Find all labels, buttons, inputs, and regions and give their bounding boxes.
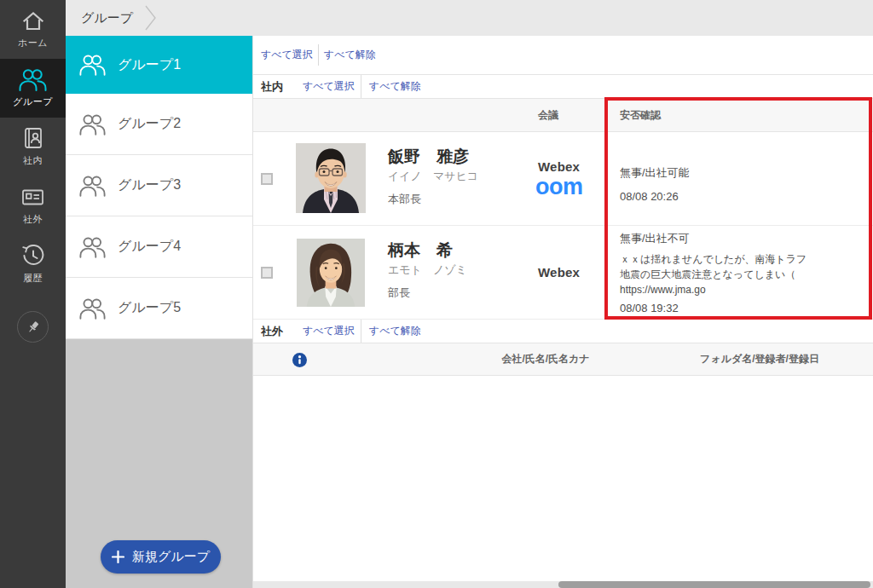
column-header-company: 会社/氏名/氏名カナ xyxy=(501,343,589,375)
member-identity: 飯野 雅彦 イイノ マサヒコ 本部長 xyxy=(388,147,478,205)
member-name: 飯野 雅彦 xyxy=(388,147,478,166)
horizontal-scrollbar-thumb[interactable] xyxy=(558,581,870,588)
business-card-icon xyxy=(21,186,44,208)
column-header-safety: 安否確認 xyxy=(620,99,661,131)
safety-message-line: https://www.jma.go xyxy=(620,282,873,297)
member-title: 本部長 xyxy=(388,193,478,205)
group-list-item-5[interactable]: グループ5 xyxy=(66,278,253,339)
new-group-button-label: 新規グループ xyxy=(132,549,210,565)
home-icon xyxy=(22,9,44,32)
new-group-button[interactable]: 新規グループ xyxy=(101,540,221,574)
safety-cell: 無事/出社可能 08/08 20:26 xyxy=(605,132,873,225)
group-list-item-3[interactable]: グループ3 xyxy=(66,155,253,216)
member-row-emoto: 柄本 希 エモト ノゾミ 部長 Webex 無事/出社不可 ｘｘは揺れませんでし… xyxy=(253,226,873,320)
sidebar-item-history[interactable]: 履歴 xyxy=(0,235,66,294)
group-label: グループ3 xyxy=(118,176,181,194)
internal-table-header: 会議 安否確認 xyxy=(253,99,873,132)
column-header-meeting: 会議 xyxy=(538,99,558,131)
sidebar-item-label: グループ xyxy=(13,95,53,108)
sidebar-item-home[interactable]: ホーム xyxy=(0,0,66,59)
safety-status: 無事/出社可能 xyxy=(620,165,873,180)
pin-button[interactable] xyxy=(17,311,49,343)
zoom-logo[interactable]: zoom xyxy=(535,176,604,199)
group-list: グループ1 グループ2 グループ3 グループ4 グループ5 新規グループ xyxy=(66,36,253,588)
history-icon xyxy=(21,245,44,267)
sidebar-item-internal[interactable]: 社内 xyxy=(0,118,66,176)
breadcrumb[interactable]: グループ xyxy=(81,10,133,26)
internal-select-all-link[interactable]: すべて選択 xyxy=(303,79,355,94)
member-photo-iino xyxy=(296,143,366,213)
column-header-folder: フォルダ名/登録者/登録日 xyxy=(700,343,819,375)
external-section-label: 社外 xyxy=(261,324,283,339)
main-panel: すべて選択 すべて解除 社内 すべて選択 すべて解除 会議 安否確認 xyxy=(253,36,873,588)
row-checkbox[interactable] xyxy=(261,173,273,185)
meeting-cell: Webex xyxy=(535,226,604,319)
meeting-cell: Webex zoom xyxy=(535,132,604,225)
column-divider xyxy=(252,36,253,588)
plus-icon xyxy=(112,551,124,563)
group-icon xyxy=(79,175,106,197)
sidebar-item-label: 社内 xyxy=(23,154,43,167)
member-kana: エモト ノゾミ xyxy=(388,263,467,276)
group-list-item-4[interactable]: グループ4 xyxy=(66,216,253,278)
member-title: 部長 xyxy=(388,286,467,299)
external-toolbar: 社外 すべて選択 すべて解除 xyxy=(253,320,873,343)
external-table-header: 会社/氏名/氏名カナ フォルダ名/登録者/登録日 xyxy=(253,343,873,376)
group-label: グループ2 xyxy=(118,115,181,133)
safety-cell: 無事/出社不可 ｘｘは揺れませんでしたが、南海トラフ 地震の巨大地震注意となって… xyxy=(605,226,873,319)
select-all-link[interactable]: すべて選択 xyxy=(261,48,313,62)
external-deselect-all-link[interactable]: すべて解除 xyxy=(369,324,421,338)
group-label: グループ4 xyxy=(118,238,181,256)
pin-icon xyxy=(26,320,40,334)
toolbar-divider xyxy=(361,75,361,98)
group-icon xyxy=(79,54,106,76)
horizontal-scrollbar[interactable] xyxy=(253,581,873,588)
internal-deselect-all-link[interactable]: すべて解除 xyxy=(369,79,421,94)
safety-timestamp: 08/08 20:26 xyxy=(620,189,873,204)
sidebar-item-label: 履歴 xyxy=(23,272,43,285)
groups-icon xyxy=(19,68,47,90)
deselect-all-link[interactable]: すべて解除 xyxy=(324,48,376,62)
member-row-iino: 飯野 雅彦 イイノ マサヒコ 本部長 Webex zoom 無事/出社可能 08… xyxy=(253,132,873,226)
sidebar: ホーム グループ 社内 社外 履歴 xyxy=(0,0,66,588)
member-photo-emoto xyxy=(297,239,365,307)
safety-timestamp: 08/08 19:32 xyxy=(620,301,873,315)
group-icon xyxy=(79,297,106,320)
app-window: グループ ホーム グループ 社内 社外 xyxy=(0,0,873,588)
webex-logo[interactable]: Webex xyxy=(535,264,604,281)
row-checkbox[interactable] xyxy=(261,267,273,279)
webex-logo[interactable]: Webex xyxy=(535,159,604,176)
safety-message-line: 地震の巨大地震注意となってしまい（ xyxy=(620,267,873,282)
safety-message-line: ｘｘは揺れませんでしたが、南海トラフ xyxy=(620,251,873,267)
group-icon xyxy=(79,113,106,135)
address-book-icon xyxy=(23,127,43,149)
sidebar-item-label: ホーム xyxy=(18,37,48,49)
group-label: グループ5 xyxy=(118,299,181,317)
group-list-item-1[interactable]: グループ1 xyxy=(66,36,253,94)
group-toolbar: すべて選択 すべて解除 xyxy=(253,36,873,75)
sidebar-item-group[interactable]: グループ xyxy=(0,59,66,118)
sidebar-item-label: 社外 xyxy=(23,213,43,226)
sidebar-item-external[interactable]: 社外 xyxy=(0,176,66,235)
internal-section-label: 社内 xyxy=(261,79,283,95)
breadcrumb-bar: グループ xyxy=(66,0,873,36)
toolbar-divider xyxy=(318,44,319,66)
info-icon[interactable] xyxy=(292,353,307,367)
safety-status: 無事/出社不可 xyxy=(620,231,873,245)
member-kana: イイノ マサヒコ xyxy=(388,170,478,182)
group-label: グループ1 xyxy=(118,56,181,74)
member-name: 柄本 希 xyxy=(388,240,467,260)
group-list-item-2[interactable]: グループ2 xyxy=(66,94,253,155)
toolbar-divider xyxy=(361,320,361,343)
internal-toolbar: 社内 すべて選択 すべて解除 xyxy=(253,75,873,99)
safety-message: ｘｘは揺れませんでしたが、南海トラフ 地震の巨大地震注意となってしまい（ htt… xyxy=(620,251,873,297)
breadcrumb-chevron-icon xyxy=(145,4,157,32)
member-identity: 柄本 希 エモト ノゾミ 部長 xyxy=(388,240,467,299)
group-icon xyxy=(79,236,106,258)
external-select-all-link[interactable]: すべて選択 xyxy=(303,324,355,338)
